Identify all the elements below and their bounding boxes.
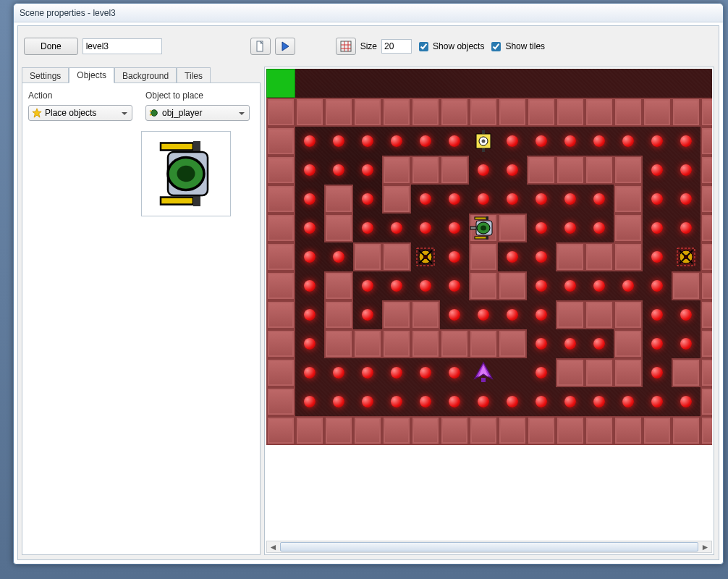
wall-tile bbox=[585, 416, 614, 445]
pickup-dot bbox=[643, 156, 672, 185]
scroll-left-arrow-icon[interactable]: ◄ bbox=[267, 541, 279, 552]
pickup-dot bbox=[527, 242, 556, 271]
horizontal-scrollbar[interactable]: ◄ ► bbox=[266, 541, 712, 553]
pickup-dot bbox=[527, 271, 556, 300]
wall-tile bbox=[411, 416, 440, 445]
grid-icon-button[interactable] bbox=[336, 38, 356, 55]
wall-tile bbox=[498, 98, 527, 127]
wall-tile bbox=[266, 387, 295, 416]
pickup-dot bbox=[556, 127, 585, 156]
pickup-dot bbox=[295, 300, 324, 329]
pickup-dot bbox=[295, 329, 324, 358]
wall-tile bbox=[324, 271, 353, 300]
objects-panel: Action Place objects Object to place obj… bbox=[22, 83, 261, 555]
wall-tile bbox=[585, 156, 614, 185]
scroll-right-arrow-icon[interactable]: ► bbox=[699, 541, 711, 552]
toolbar: Done Size Show objects Show tiles bbox=[18, 26, 719, 67]
wall-tile bbox=[469, 98, 498, 127]
pickup-dot bbox=[469, 185, 498, 214]
pickup-dot bbox=[556, 271, 585, 300]
svg-rect-10 bbox=[150, 114, 152, 116]
wall-tile bbox=[382, 185, 411, 214]
svg-rect-43 bbox=[481, 378, 486, 382]
pickup-dot bbox=[382, 127, 411, 156]
wall-tile bbox=[411, 300, 440, 329]
svg-rect-11 bbox=[161, 143, 193, 151]
show-tiles-checkbox[interactable]: Show tiles bbox=[488, 40, 545, 54]
level-grid[interactable] bbox=[266, 69, 712, 445]
pickup-dot bbox=[353, 214, 382, 242]
tab-settings[interactable]: Settings bbox=[22, 67, 69, 83]
new-icon-button[interactable] bbox=[250, 38, 271, 55]
beacon-object[interactable] bbox=[469, 127, 498, 156]
svg-point-20 bbox=[482, 140, 486, 143]
pickup-dot bbox=[324, 156, 353, 185]
scrollbar-track[interactable] bbox=[279, 541, 699, 552]
svg-rect-24 bbox=[486, 216, 488, 220]
pickup-dot bbox=[556, 329, 585, 358]
turret-object[interactable] bbox=[411, 242, 440, 271]
wall-tile bbox=[382, 156, 411, 185]
done-button-label: Done bbox=[41, 41, 62, 51]
pickup-dot bbox=[353, 156, 382, 185]
play-icon-button[interactable] bbox=[275, 38, 295, 55]
pickup-dot bbox=[411, 127, 440, 156]
turret-object[interactable] bbox=[672, 242, 701, 271]
pickup-dot bbox=[498, 127, 527, 156]
pickup-dot bbox=[585, 329, 614, 358]
pickup-dot bbox=[324, 387, 353, 416]
pickup-dot bbox=[440, 185, 469, 214]
titlebar[interactable]: Scene properties - level3 bbox=[14, 4, 723, 22]
pickup-dot bbox=[353, 387, 382, 416]
wall-tile bbox=[527, 416, 556, 445]
wall-tile bbox=[440, 156, 469, 185]
scrollbar-thumb[interactable] bbox=[280, 542, 698, 551]
tab-objects[interactable]: Objects bbox=[69, 67, 114, 83]
pickup-dot bbox=[527, 329, 556, 358]
show-objects-checkbox[interactable]: Show objects bbox=[416, 40, 484, 54]
svg-rect-14 bbox=[193, 195, 200, 206]
size-label: Size bbox=[360, 41, 377, 51]
wall-tile bbox=[324, 329, 353, 358]
action-combo[interactable]: Place objects bbox=[28, 105, 132, 121]
grid-size-input[interactable] bbox=[381, 39, 412, 54]
wall-tile bbox=[382, 300, 411, 329]
pickup-dot bbox=[614, 127, 643, 156]
svg-point-29 bbox=[481, 226, 486, 231]
wall-tile bbox=[701, 156, 712, 185]
pickup-dot bbox=[527, 185, 556, 214]
pickup-dot bbox=[382, 214, 411, 242]
pickup-dot bbox=[382, 358, 411, 387]
svg-rect-30 bbox=[470, 227, 476, 229]
pickup-dot bbox=[585, 127, 614, 156]
pickup-dot bbox=[527, 387, 556, 416]
pickup-dot bbox=[353, 300, 382, 329]
svg-marker-1 bbox=[282, 42, 289, 51]
wall-tile bbox=[556, 358, 585, 387]
wall-tile bbox=[266, 271, 295, 300]
done-button[interactable]: Done bbox=[24, 38, 78, 55]
pickup-dot bbox=[498, 242, 527, 271]
pickup-dot bbox=[614, 387, 643, 416]
wall-tile bbox=[701, 127, 712, 156]
pickup-dot bbox=[614, 271, 643, 300]
tab-tiles[interactable]: Tiles bbox=[177, 67, 211, 83]
scene-name-input[interactable] bbox=[82, 38, 162, 54]
pickup-dot bbox=[295, 156, 324, 185]
wall-tile bbox=[701, 300, 712, 329]
pickup-dot bbox=[324, 127, 353, 156]
client-area: Done Size Show objects Show tiles Settin… bbox=[17, 25, 719, 560]
pickup-dot bbox=[440, 242, 469, 271]
pickup-dot bbox=[527, 214, 556, 242]
pickup-dot bbox=[295, 127, 324, 156]
pickup-dot bbox=[411, 185, 440, 214]
ship-object[interactable] bbox=[469, 358, 498, 387]
player-object[interactable] bbox=[469, 214, 498, 242]
object-combo[interactable]: obj_player bbox=[145, 105, 250, 121]
pickup-dot bbox=[498, 387, 527, 416]
wall-tile bbox=[701, 358, 712, 387]
level-canvas[interactable] bbox=[266, 69, 712, 538]
tab-background[interactable]: Background bbox=[114, 67, 177, 83]
pickup-dot bbox=[585, 214, 614, 242]
pickup-dot bbox=[295, 242, 324, 271]
